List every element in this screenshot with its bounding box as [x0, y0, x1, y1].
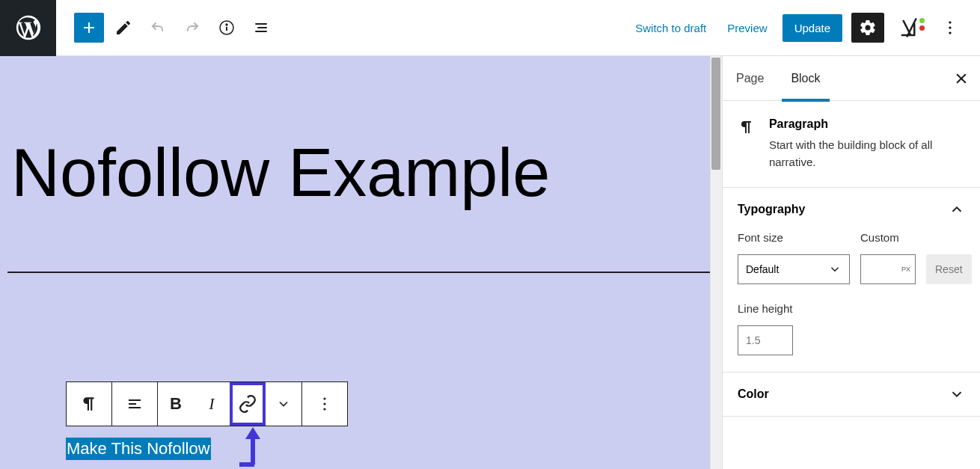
font-size-label: Font size — [738, 231, 850, 250]
block-description-panel: Paragraph Start with the building block … — [723, 101, 980, 188]
switch-to-draft-link[interactable]: Switch to draft — [629, 16, 712, 40]
add-block-button[interactable] — [74, 13, 104, 43]
custom-size-label: Custom — [860, 231, 916, 250]
font-size-value: Default — [746, 263, 779, 275]
sidebar-close-button[interactable] — [943, 56, 980, 101]
post-title[interactable]: Nofollow Example — [0, 56, 722, 234]
svg-point-15 — [323, 402, 325, 405]
block-more-options-button[interactable] — [302, 382, 347, 426]
wordpress-logo-button[interactable] — [0, 0, 56, 56]
info-icon — [218, 19, 236, 37]
update-button[interactable]: Update — [783, 14, 842, 42]
typography-panel-title: Typography — [738, 203, 805, 216]
tab-page[interactable]: Page — [723, 56, 777, 101]
bold-button[interactable]: B — [158, 382, 194, 426]
title-separator — [7, 272, 714, 273]
block-description-text: Start with the building block of all nar… — [769, 137, 965, 171]
yoast-seo-button[interactable] — [893, 13, 926, 43]
align-text-button[interactable] — [112, 382, 157, 426]
typography-panel-toggle[interactable]: Typography — [723, 188, 980, 231]
kebab-icon — [316, 395, 334, 413]
block-toolbar: B I — [66, 381, 348, 426]
italic-button[interactable]: I — [194, 382, 230, 426]
editor-scrollbar[interactable] — [710, 56, 722, 469]
plus-icon — [80, 19, 98, 37]
close-icon — [954, 71, 969, 86]
yoast-seo-indicator — [919, 25, 925, 31]
outline-icon — [252, 19, 270, 37]
yoast-icon — [898, 16, 921, 39]
color-panel-toggle[interactable]: Color — [723, 373, 980, 416]
chevron-down-icon — [276, 396, 291, 411]
document-outline-button[interactable] — [246, 13, 276, 43]
line-height-input[interactable] — [738, 325, 793, 355]
paragraph-selected-text[interactable]: Make This Nofollow — [66, 438, 211, 460]
editor-canvas[interactable]: Nofollow Example B — [0, 56, 722, 469]
more-rich-text-button[interactable] — [266, 382, 301, 426]
italic-icon: I — [209, 394, 214, 414]
editor-top-toolbar: Switch to draft Preview Update — [0, 0, 980, 56]
chevron-up-icon — [949, 201, 965, 218]
settings-sidebar: Page Block Paragraph Start with the buil… — [722, 56, 980, 469]
bold-icon: B — [170, 394, 182, 414]
wordpress-icon — [16, 15, 41, 40]
sidebar-tabs: Page Block — [723, 56, 980, 101]
align-left-icon — [126, 395, 144, 413]
svg-point-14 — [323, 397, 325, 399]
scrollbar-thumb[interactable] — [711, 58, 720, 170]
more-options-button[interactable] — [935, 13, 965, 43]
line-height-label: Line height — [738, 302, 965, 321]
color-panel-title: Color — [738, 387, 769, 401]
font-size-reset-button[interactable]: Reset — [926, 254, 972, 284]
pencil-icon — [114, 19, 132, 37]
link-icon — [238, 394, 257, 414]
px-unit-label: PX — [901, 266, 910, 273]
annotation-arrow — [239, 427, 269, 469]
settings-toggle-button[interactable] — [851, 13, 884, 43]
paragraph-icon — [79, 394, 99, 414]
svg-point-4 — [226, 24, 227, 25]
document-info-button[interactable] — [212, 13, 242, 43]
chevron-down-icon — [828, 263, 842, 276]
color-panel: Color — [723, 373, 980, 417]
typography-panel: Typography Font size Default Custom — [723, 188, 980, 373]
undo-button[interactable] — [143, 13, 173, 43]
kebab-icon — [941, 19, 959, 37]
tab-block[interactable]: Block — [777, 56, 833, 101]
chevron-down-icon — [949, 386, 965, 402]
svg-point-10 — [949, 31, 951, 34]
svg-point-8 — [949, 21, 951, 23]
font-size-select[interactable]: Default — [738, 254, 850, 284]
gear-icon — [859, 19, 877, 37]
redo-icon — [183, 19, 201, 37]
toolbar-left-group — [56, 13, 276, 43]
custom-font-size-input[interactable]: PX — [860, 254, 916, 284]
svg-point-16 — [323, 408, 325, 410]
undo-icon — [149, 19, 167, 37]
svg-marker-18 — [245, 427, 260, 439]
yoast-readability-indicator — [919, 18, 925, 23]
link-button[interactable] — [230, 382, 266, 426]
redo-button[interactable] — [177, 13, 207, 43]
preview-link[interactable]: Preview — [721, 16, 773, 40]
toolbar-right-group: Switch to draft Preview Update — [629, 13, 980, 43]
change-block-type-button[interactable] — [67, 382, 111, 426]
svg-point-9 — [949, 26, 951, 28]
paragraph-icon — [738, 117, 756, 137]
block-name-label: Paragraph — [769, 117, 965, 131]
edit-mode-button[interactable] — [108, 13, 138, 43]
